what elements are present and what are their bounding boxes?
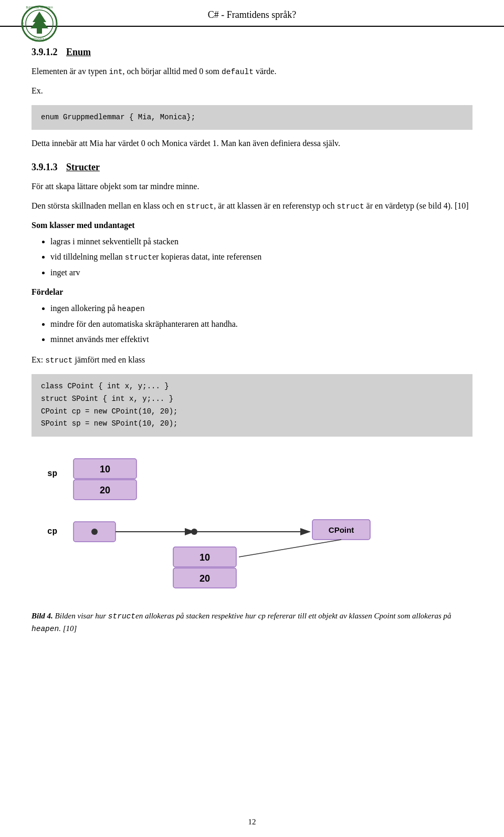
section-title-structer: Structer — [66, 162, 100, 172]
enum-int-code: int — [109, 68, 123, 76]
svg-marker-3 — [30, 17, 48, 28]
cp-label: cp — [47, 527, 57, 536]
bullet2-2: mindre för den automatiska skräphanterar… — [50, 318, 472, 331]
struct-inline: struct — [125, 253, 152, 262]
bullets2-list: ingen allokering på heapen mindre för de… — [50, 302, 472, 346]
enum-default-code: default — [222, 68, 254, 76]
structer-text1: För att skapa lättare objekt som tar min… — [32, 180, 472, 193]
caption-text-start: Bilden visar hur — [53, 612, 108, 620]
enum-ex-label: Ex. — [32, 85, 472, 98]
caption-text-mid: en allokeras på stacken respektive hur c… — [135, 612, 452, 620]
fordelar-label: Fördelar — [32, 286, 472, 299]
caption-code1: struct — [108, 612, 135, 621]
svg-text:10: 10 — [200, 552, 210, 563]
enum-intro-text1: Elementen är av typen — [32, 67, 109, 76]
svg-text:20: 20 — [100, 485, 110, 495]
svg-line-23 — [239, 540, 341, 557]
caption: Bild 4. Bilden visar hur structen alloke… — [32, 610, 472, 635]
section-title-enum: Enum — [66, 47, 91, 57]
enum-code-block: enum Gruppmedlemmar { Mia, Monica}; — [32, 105, 472, 130]
svg-text:CPoint: CPoint — [329, 525, 354, 534]
svg-text:HÖGSKOLA: HÖGSKOLA — [32, 37, 47, 40]
caption-label: Bild 4. — [32, 612, 53, 620]
ex-struct-line: Ex: struct jämfört med en klass — [32, 354, 472, 367]
caption-text-end: . [10] — [59, 624, 77, 633]
struct-code2: struct — [337, 202, 364, 211]
page: BLEKINGE TEKNISKA HÖGSKOLA BTH C# - Fram… — [0, 0, 504, 837]
diagram-svg: sp 10 20 cp C — [32, 447, 483, 600]
section-number-392: 3.9.1.2 — [32, 47, 58, 57]
enum-intro-text1-rest: , och börjar alltid med 0 som — [123, 67, 222, 76]
bullet2-3: minnet används mer effektivt — [50, 333, 472, 346]
enum-intro: Elementen är av typen int, och börjar al… — [32, 65, 472, 78]
structer-text2: Den största skillnaden mellan en klass o… — [32, 200, 472, 213]
enum-intro-text1-end: värde. — [254, 67, 277, 76]
logo: BLEKINGE TEKNISKA HÖGSKOLA BTH — [21, 5, 58, 42]
svg-point-13 — [91, 529, 98, 535]
diagram-area: sp 10 20 cp C — [32, 447, 472, 605]
struct-ex-code: struct — [45, 356, 72, 365]
content: 3.9.1.2 Enum Elementen är av typen int, … — [0, 27, 504, 663]
bullet2-1: ingen allokering på heapen — [50, 302, 472, 315]
svg-rect-4 — [37, 28, 42, 34]
svg-text:10: 10 — [100, 464, 110, 474]
section-heading-enum: 3.9.1.2 Enum — [32, 47, 472, 58]
header: BLEKINGE TEKNISKA HÖGSKOLA BTH C# - Fram… — [0, 0, 504, 27]
page-number: 12 — [248, 818, 256, 826]
svg-text:BTH: BTH — [22, 23, 25, 28]
bullet1-1: lagras i minnet sekventiellt på stacken — [50, 235, 472, 249]
logo-svg: BLEKINGE TEKNISKA HÖGSKOLA BTH — [21, 5, 58, 42]
section-number-393: 3.9.1.3 — [32, 162, 58, 172]
enum-desc1: Detta innebär att Mia har värdet 0 och M… — [32, 137, 472, 150]
heapen-code: heapen — [118, 305, 145, 313]
svg-point-15 — [191, 529, 197, 535]
svg-text:20: 20 — [200, 573, 210, 584]
structer-code-block: class CPoint { int x, y;... } struct SPo… — [32, 374, 472, 437]
bullet1-2: vid tilldelning mellan structer kopieras… — [50, 251, 472, 264]
section-heading-structer: 3.9.1.3 Structer — [32, 162, 472, 173]
bullets1-list: lagras i minnet sekventiellt på stacken … — [50, 235, 472, 280]
struct-code1: struct — [186, 202, 214, 211]
sp-label: sp — [47, 469, 57, 479]
som-klasser-label: Som klasser med undantaget — [32, 219, 472, 232]
svg-text:BLEKINGE TEKNISKA: BLEKINGE TEKNISKA — [26, 6, 53, 9]
bullet1-3: inget arv — [50, 266, 472, 280]
footer: 12 — [0, 818, 504, 826]
caption-code2: heapen — [32, 625, 59, 633]
header-title: C# - Framtidens språk? — [208, 9, 296, 20]
